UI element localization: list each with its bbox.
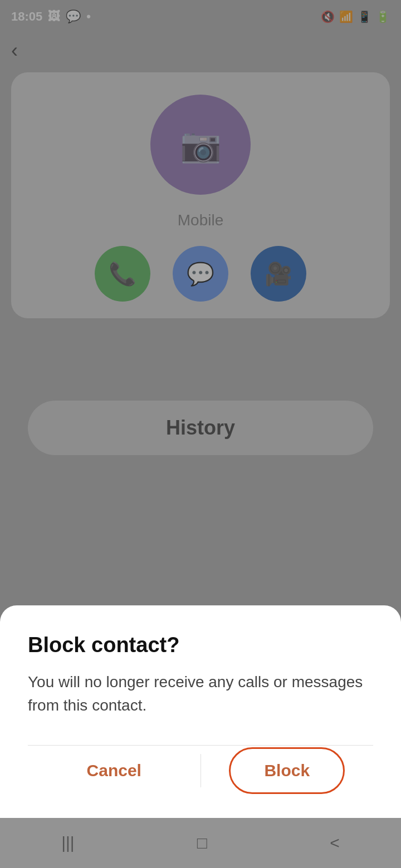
cancel-button[interactable]: Cancel <box>28 746 200 796</box>
dialog-body: You will no longer receive any calls or … <box>28 670 373 717</box>
block-button[interactable]: Block <box>229 747 345 794</box>
dialog-title: Block contact? <box>28 633 373 657</box>
block-contact-dialog: Block contact? You will no longer receiv… <box>0 605 401 818</box>
dialog-actions: Cancel Block <box>28 745 373 796</box>
block-button-wrapper: Block <box>201 747 374 794</box>
